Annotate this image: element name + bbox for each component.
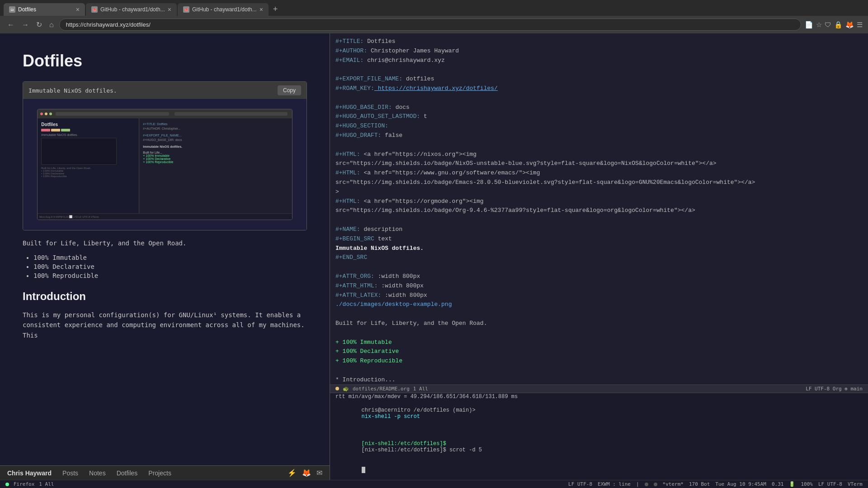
os-bar-left: Firefox 1 All <box>5 481 54 487</box>
os-battery-icon: 🔋 <box>789 481 795 487</box>
editor-line-blank5 <box>335 263 863 272</box>
editor-line-plus1: + 100% Immutable <box>335 338 863 347</box>
tab-favicon-dotfiles: 🗂 <box>9 6 15 13</box>
nav-icons: 📄 ☆ 🛡 🔒 🦊 ☰ <box>805 21 863 29</box>
editor-status-right: LF UTF-8 Org ⊕ main <box>806 386 863 392</box>
terminal-line-blank <box>330 427 868 434</box>
os-load: 0.31 <box>772 481 784 487</box>
editor-line-end-src: #+END_SRC <box>335 253 863 263</box>
reload-button[interactable]: ↻ <box>34 19 44 31</box>
tab-favicon-github1: 🐙 <box>91 6 98 13</box>
url-text: https://chrishayward.xyz/dotfiles/ <box>66 21 794 28</box>
editor-status-bar: 🐢 dotfiles/README.org 1 All LF UTF-8 Org… <box>330 385 868 393</box>
status-indicator <box>335 387 339 390</box>
page-desc: Built for Life, Liberty, and the Open Ro… <box>23 239 307 247</box>
tab-github-1[interactable]: 🐙 GitHub - chayward1/doth... × <box>86 3 177 16</box>
preview-header: Immutable NixOS dotfiles. Copy <box>23 82 307 99</box>
tab-dotfiles[interactable]: 🗂 Dotfiles × <box>4 3 85 16</box>
os-active-dot <box>5 483 9 486</box>
terminal-cursor-line <box>330 460 868 480</box>
editor-line-plus3: + 100% Reproducible <box>335 357 863 366</box>
os-window-count: 1 All <box>39 481 54 487</box>
preview-screenshot: Dotfiles Immutable NixOS dotfiles. Built… <box>23 99 307 230</box>
editor-line-roam: #+ROAM_KEY: https://chrishayward.xyz/dot… <box>335 84 863 94</box>
bookmark-button[interactable]: ☆ <box>816 21 822 29</box>
new-tab-button[interactable]: + <box>269 3 282 16</box>
os-enc-right: LF UTF-8 <box>818 481 842 487</box>
tab-github-2[interactable]: 🐙 GitHub - chayward1/doth... × <box>178 3 269 16</box>
editor-line-html2b: src="https://img.shields.io/badge/Emacs-… <box>335 178 863 188</box>
tab-title-github1: GitHub - chayward1/doth... <box>100 6 165 13</box>
tab-favicon-github2: 🐙 <box>183 6 189 13</box>
editor-line-html3b: src="https://img.shields.io/badge/Org-9.… <box>335 206 863 216</box>
gitlab-icon[interactable]: 🦊 <box>302 469 311 477</box>
home-button[interactable]: ⌂ <box>47 19 56 31</box>
tab-title-dotfiles: Dotfiles <box>18 6 73 13</box>
editor-line-attr-latex: #+ATTR_LATEX: :width 800px <box>335 291 863 300</box>
email-icon[interactable]: ✉ <box>316 469 322 477</box>
os-browser-label: Firefox <box>14 481 34 487</box>
footer-link-notes[interactable]: Notes <box>89 469 106 477</box>
tab-close-dotfiles[interactable]: × <box>76 6 80 13</box>
editor-line-begin-src: #+BEGIN_SRC text <box>335 235 863 244</box>
forward-button[interactable]: → <box>20 19 31 31</box>
editor-filename: dotfiles/README.org <box>353 386 410 392</box>
ss-content: Dotfiles Immutable NixOS dotfiles. Built… <box>38 118 292 214</box>
editor-line-blank4 <box>335 216 863 225</box>
editor-content: #+TITLE: Dotfiles #+AUTHOR: Christopher … <box>330 33 868 385</box>
editor-line-blank6 <box>335 310 863 319</box>
terminal-line-1: rtt min/avg/max/mdev = 49.294/186.651/36… <box>330 393 868 400</box>
editor-line-html2c: > <box>335 188 863 197</box>
intro-title: Introduction <box>23 290 307 303</box>
extension-icon-3[interactable]: 🦊 <box>845 21 854 29</box>
reader-mode-button[interactable]: 📄 <box>805 21 813 29</box>
ss-right-panel: #+TITLE: Dotfiles #+AUTHOR: Christopher.… <box>139 118 292 214</box>
menu-button[interactable]: ☰ <box>857 21 863 29</box>
bullet-item-2: 100% Declarative <box>33 263 307 270</box>
os-separator: | <box>636 481 639 487</box>
editor-line-star1: * Introduction... <box>335 375 863 385</box>
editor-line-plus2: + 100% Declarative <box>335 347 863 357</box>
browser-footer: Chris Hayward Posts Notes Dotfiles Proje… <box>0 465 330 480</box>
editor-line-img-link: ./docs/images/desktop-example.png <box>335 300 863 310</box>
editor-line-author: #+AUTHOR: Christopher James Hayward <box>335 47 863 56</box>
terminal-line-3: [nix-shell:/etc/dotfiles]$ [nix-shell:/e… <box>330 434 868 460</box>
copy-button[interactable]: Copy <box>278 85 301 95</box>
editor-line-html2: #+HTML: <a href="https://www.gnu.org/sof… <box>335 169 863 178</box>
browser-chrome: 🗂 Dotfiles × 🐙 GitHub - chayward1/doth..… <box>0 0 868 33</box>
page-title: Dotfiles <box>23 52 307 70</box>
main-area: Dotfiles Immutable NixOS dotfiles. Copy <box>0 33 868 480</box>
intro-para: This is my personal configuration(s) for… <box>23 310 307 340</box>
editor-line-blank8 <box>335 366 863 375</box>
url-bar[interactable]: https://chrishayward.xyz/dotfiles/ <box>59 19 801 31</box>
preview-text: Immutable NixOS dotfiles. <box>28 87 117 94</box>
nav-bar: ← → ↻ ⌂ https://chrishayward.xyz/dotfile… <box>0 16 868 33</box>
extension-icon-2[interactable]: 🔒 <box>834 21 843 29</box>
tab-close-github2[interactable]: × <box>259 6 263 13</box>
footer-link-dotfiles[interactable]: Dotfiles <box>117 469 138 477</box>
ss-left-panel: Dotfiles Immutable NixOS dotfiles. Built… <box>38 118 139 214</box>
editor-line-attr-org: #+ATTR_ORG: :width 800px <box>335 272 863 282</box>
preview-box: Immutable NixOS dotfiles. Copy <box>23 81 307 230</box>
editor-line-export: #+EXPORT_FILE_NAME: dotfiles <box>335 75 863 84</box>
screenshot-placeholder: Dotfiles Immutable NixOS dotfiles. Built… <box>37 109 292 221</box>
footer-link-projects[interactable]: Projects <box>148 469 171 477</box>
editor-line-name: #+NAME: description <box>335 225 863 235</box>
extension-icon-1[interactable]: 🛡 <box>825 21 831 28</box>
footer-link-posts[interactable]: Posts <box>62 469 78 477</box>
tab-close-github1[interactable]: × <box>168 6 171 13</box>
editor-status-left: 🐢 dotfiles/README.org 1 All <box>335 386 428 392</box>
terminal-line-2: chris@acernitro /e/dotfiles (main)> nix-… <box>330 400 868 427</box>
github-icon[interactable]: ⚡ <box>288 469 297 477</box>
editor-line-html1b: src="https://img.shields.io/badge/NixOS-… <box>335 159 863 169</box>
editor-line-title: #+TITLE: Dotfiles <box>335 37 863 47</box>
os-vterm-right: VTerm <box>848 481 863 487</box>
back-button[interactable]: ← <box>5 19 16 31</box>
editor-line-hugo-section: #+HUGO_SECTION: <box>335 122 863 131</box>
page-content: Dotfiles Immutable NixOS dotfiles. Copy <box>0 33 330 465</box>
editor-turtle-icon: 🐢 <box>343 386 349 392</box>
os-encoding: LF UTF-8 <box>568 481 592 487</box>
os-bar: Firefox 1 All LF UTF-8 EXWM : line | *vt… <box>0 480 868 488</box>
bullet-list: 100% Immutable 100% Declarative 100% Rep… <box>23 254 307 279</box>
editor-pane: #+TITLE: Dotfiles #+AUTHOR: Christopher … <box>330 33 868 480</box>
